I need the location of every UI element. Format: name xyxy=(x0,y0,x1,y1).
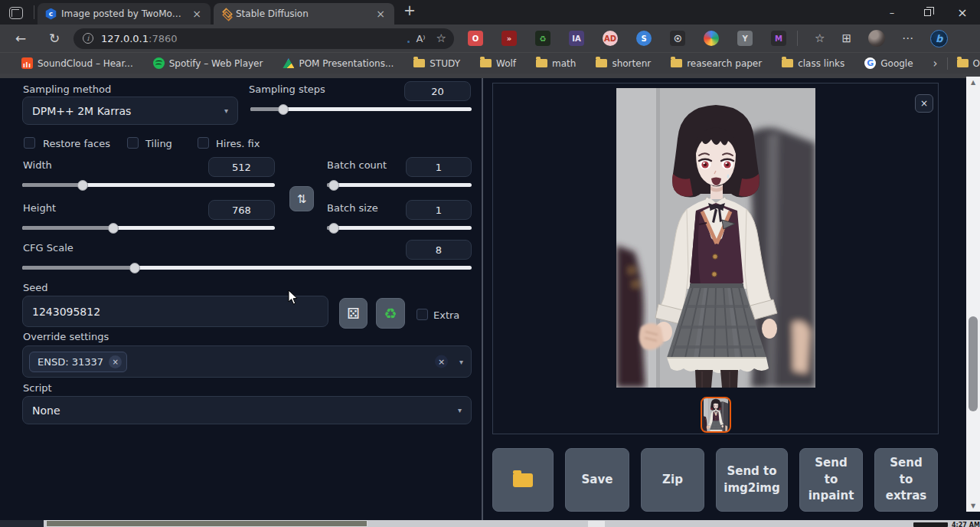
bookmark-soundcloud[interactable]: ılıSoundCloud – Hear... xyxy=(21,57,133,69)
bookmark-folder-study[interactable]: STUDY xyxy=(413,58,460,69)
tab-close-icon[interactable]: × xyxy=(373,8,388,20)
scroll-down-icon[interactable]: ▼ xyxy=(966,500,980,512)
override-chip-ensd[interactable]: ENSD: 31337 × xyxy=(29,352,127,372)
site-info-icon[interactable]: i xyxy=(83,33,93,44)
seed-input[interactable]: 1243095812 xyxy=(22,296,328,327)
script-dropdown[interactable]: None ▾ xyxy=(22,396,472,424)
back-button[interactable]: ← xyxy=(9,31,32,46)
collections-icon[interactable]: ⊞ xyxy=(841,31,851,45)
slider-handle[interactable] xyxy=(278,104,289,115)
extension-icon-pin[interactable]: ⦿ xyxy=(670,31,685,46)
toolbar-separator xyxy=(797,31,798,46)
refresh-button[interactable]: ↻ xyxy=(43,31,66,46)
slider-handle[interactable] xyxy=(328,223,339,234)
bookmark-folder-shortenr[interactable]: shortenr xyxy=(596,58,651,69)
vertical-scrollbar[interactable]: ▲ ▼ xyxy=(966,77,980,512)
bing-chat-icon[interactable]: b xyxy=(930,30,948,47)
batch-size-input[interactable]: 1 xyxy=(406,200,472,220)
minimize-button[interactable]: – xyxy=(874,0,910,25)
restore-icon xyxy=(924,9,931,16)
profile-avatar[interactable] xyxy=(868,30,885,47)
bookmark-folder-wolf[interactable]: Wolf xyxy=(480,58,516,69)
url-text[interactable]: 127.0.0.1:7860 xyxy=(101,33,394,44)
extra-seed-checkbox[interactable] xyxy=(416,309,428,320)
bookmark-other-favorites[interactable]: Other favorites xyxy=(957,58,980,69)
tiling-checkbox[interactable] xyxy=(127,137,139,149)
tab-close-icon[interactable]: × xyxy=(189,8,204,20)
restore-button[interactable] xyxy=(910,0,945,25)
send-to-img2img-button[interactable]: Send to img2img xyxy=(716,448,788,512)
height-input[interactable]: 768 xyxy=(208,200,275,220)
bookmarks-bar: ılıSoundCloud – Hear... Spotify – Web Pl… xyxy=(0,52,980,74)
bookmark-folder-classlinks[interactable]: class links xyxy=(782,58,844,69)
hires-fix-checkbox[interactable] xyxy=(198,137,209,149)
send-to-extras-button[interactable]: Send to extras xyxy=(874,448,938,512)
chip-remove-icon[interactable]: × xyxy=(109,355,122,368)
slider-handle[interactable] xyxy=(77,180,88,191)
dice-icon: ⚄ xyxy=(347,305,360,322)
add-favorite-star-icon[interactable]: ☆ xyxy=(436,31,446,45)
gallery-thumbnail-selected[interactable] xyxy=(701,397,731,433)
slider-handle[interactable] xyxy=(108,223,119,234)
output-actions-row: Save Zip Send to img2img Send to inpaint… xyxy=(492,448,938,512)
slider-handle[interactable] xyxy=(328,180,339,191)
extension-icon-globe[interactable] xyxy=(704,31,719,46)
height-slider[interactable] xyxy=(22,226,275,230)
bookmark-folder-math[interactable]: math xyxy=(536,58,576,69)
soundcloud-icon: ılı xyxy=(21,57,33,69)
extension-icon-ia[interactable]: IA xyxy=(569,31,584,46)
bookmark-folder-research[interactable]: reasearch paper xyxy=(671,58,762,69)
extension-icon-o[interactable]: O xyxy=(468,31,483,46)
extra-seed-label: Extra xyxy=(433,309,459,321)
restore-faces-checkbox[interactable] xyxy=(24,137,35,149)
extension-icon-green[interactable]: ♻ xyxy=(535,31,550,46)
zip-button[interactable]: Zip xyxy=(641,448,704,512)
reuse-seed-button[interactable]: ♻ xyxy=(376,298,405,329)
bookmark-pom[interactable]: POM Presentations... xyxy=(283,58,394,69)
extension-icon-medal[interactable]: M xyxy=(771,31,786,46)
tab-stable-diffusion[interactable]: Stable Diffusion × xyxy=(214,3,394,25)
extension-icon-shazam[interactable]: S xyxy=(636,31,652,46)
save-button[interactable]: Save xyxy=(565,448,629,512)
tab-title: Image posted by TwoMoreTimes xyxy=(61,8,185,19)
url-host: 127.0.0.1 xyxy=(101,33,149,44)
close-gallery-button[interactable]: × xyxy=(915,94,933,113)
chevron-down-icon: ▾ xyxy=(224,106,228,115)
bookmark-spotify[interactable]: Spotify – Web Player xyxy=(153,57,263,69)
swap-width-height-button[interactable]: ⇅ xyxy=(289,186,314,211)
address-bar[interactable]: i 127.0.0.1:7860 A⁾ ☆ xyxy=(74,28,454,49)
sampling-method-value: DPM++ 2M Karras xyxy=(32,105,131,117)
bookmarks-chevron-icon[interactable]: › xyxy=(933,57,938,70)
favorites-star-icon[interactable]: ☆ xyxy=(815,31,825,45)
new-tab-button[interactable]: + xyxy=(403,2,416,18)
extension-icon-speed[interactable]: » xyxy=(501,31,517,46)
tab-actions-menu-icon[interactable] xyxy=(9,7,23,19)
bookmark-google[interactable]: GGoogle xyxy=(864,57,913,69)
sampling-steps-slider[interactable] xyxy=(250,107,472,111)
extension-icon-adblock[interactable]: AD xyxy=(603,31,618,46)
tab-image-posted[interactable]: c Image posted by TwoMoreTimes × xyxy=(38,3,211,25)
settings-more-icon[interactable]: ⋯ xyxy=(902,31,913,45)
width-slider[interactable] xyxy=(22,183,275,187)
sampling-method-dropdown[interactable]: DPM++ 2M Karras ▾ xyxy=(22,97,238,125)
random-seed-button[interactable]: ⚄ xyxy=(339,298,368,329)
batch-count-slider[interactable] xyxy=(327,183,472,187)
slider-handle[interactable] xyxy=(129,263,140,273)
extension-icon-y[interactable]: Y xyxy=(737,31,753,46)
batch-count-input[interactable]: 1 xyxy=(406,157,472,177)
cfg-scale-slider[interactable] xyxy=(22,266,472,270)
scroll-up-icon[interactable]: ▲ xyxy=(966,77,980,88)
strip-icon-blob xyxy=(913,522,948,527)
scrollbar-thumb[interactable] xyxy=(969,316,978,411)
override-clear-icon[interactable]: × xyxy=(435,355,448,368)
override-settings-box[interactable]: ENSD: 31337 × × ▾ xyxy=(22,345,472,378)
send-to-inpaint-button[interactable]: Send to inpaint xyxy=(799,448,863,512)
width-input[interactable]: 512 xyxy=(208,157,275,177)
cfg-scale-input[interactable]: 8 xyxy=(406,240,472,260)
sampling-steps-input[interactable]: 20 xyxy=(404,81,471,101)
generated-image[interactable] xyxy=(616,88,815,388)
batch-size-slider[interactable] xyxy=(327,226,472,230)
open-folder-button[interactable] xyxy=(492,448,554,512)
read-aloud-icon[interactable]: A⁾ xyxy=(416,33,425,44)
close-window-button[interactable]: × xyxy=(945,0,980,25)
